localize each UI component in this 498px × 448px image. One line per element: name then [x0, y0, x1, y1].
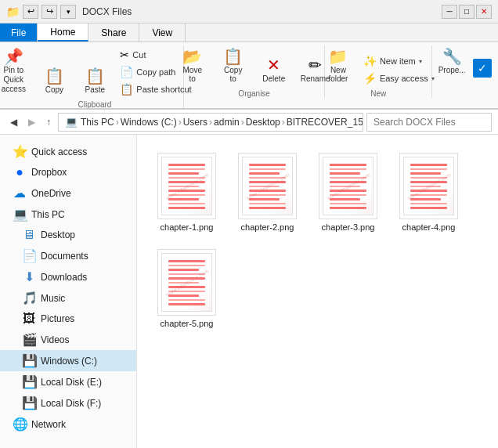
file-item-chapter-1[interactable]: www.bitrecover.com chapter-1.png	[150, 147, 224, 237]
organise-label: Organise	[238, 89, 270, 98]
quick-access-toolbar: 📁 ↩ ↪ ▾	[6, 5, 76, 19]
open-group: 🔧 Prope... ✓	[432, 45, 492, 81]
new-item-button[interactable]: ✨ New item ▾	[359, 53, 438, 69]
clipboard-group: 📌 Pin to Quick access 📋 Copy 📋 Paste ✂ C…	[6, 45, 184, 109]
file-item-chapter-3[interactable]: www.bitrecover.com chapter-3.png	[311, 147, 385, 237]
windows-c-icon: 💾	[22, 353, 36, 368]
new-label: New	[370, 89, 386, 98]
network-icon: 🌐	[13, 417, 27, 432]
window-title: DOCX Files	[82, 6, 132, 17]
sidebar-item-local-f[interactable]: 💾 Local Disk (F:)	[0, 392, 136, 414]
tab-view[interactable]: View	[139, 23, 186, 42]
file-thumb-chapter-2: www.bitrecover.com	[238, 153, 297, 219]
sidebar-item-local-e[interactable]: 💾 Local Disk (E:)	[0, 371, 136, 392]
music-icon: 🎵	[22, 291, 36, 305]
forward-button[interactable]: ▶	[24, 114, 39, 130]
sidebar-item-dropbox[interactable]: ● Dropbox	[0, 162, 136, 182]
sidebar-item-network[interactable]: 🌐 Network	[0, 414, 136, 435]
clipboard-label: Clipboard	[78, 100, 112, 109]
open-check-button[interactable]: ✓	[473, 59, 492, 78]
minimize-button[interactable]: ─	[442, 5, 457, 19]
file-label-chapter-2: chapter-2.png	[241, 222, 294, 232]
organise-buttons: 📂 Move to 📋 Copy to ✕ Delete ✏ Rename	[173, 45, 336, 86]
tab-home[interactable]: Home	[38, 23, 88, 42]
organise-group: 📂 Move to 📋 Copy to ✕ Delete ✏ Rename Or…	[184, 45, 325, 98]
this-pc-sidebar-icon: 💻	[13, 207, 27, 222]
close-button[interactable]: ✕	[476, 5, 492, 19]
folder-icon: 📁	[6, 5, 20, 18]
title-bar: 📁 ↩ ↪ ▾ DOCX Files ─ □ ✕	[0, 0, 498, 23]
tab-bar: File Home Share View	[0, 23, 498, 42]
downloads-icon: ⬇	[22, 269, 36, 284]
new-folder-button[interactable]: 📁 New folder	[319, 45, 358, 86]
move-to-button[interactable]: 📂 Move to	[173, 45, 212, 86]
back-button[interactable]: ◀	[6, 114, 21, 130]
file-thumb-chapter-1: www.bitrecover.com	[157, 153, 216, 219]
file-thumb-chapter-4: www.bitrecover.com	[399, 153, 458, 219]
sidebar-item-quick-access[interactable]: ⭐ Quick access	[0, 141, 136, 162]
pin-to-quick-access-button[interactable]: 📌 Pin to Quick access	[0, 45, 33, 97]
pin-icon: 📌	[4, 49, 23, 64]
file-label-chapter-4: chapter-4.png	[402, 222, 456, 232]
undo-button[interactable]: ↩	[23, 5, 38, 19]
dropbox-icon: ●	[13, 165, 27, 179]
cut-icon: ✂	[120, 49, 129, 60]
maximize-button[interactable]: □	[459, 5, 475, 19]
copy-icon: 📋	[45, 68, 64, 84]
file-thumb-chapter-3: www.bitrecover.com	[319, 153, 377, 219]
move-to-icon: 📂	[182, 49, 202, 64]
properties-icon: 🔧	[442, 49, 462, 64]
delete-icon: ✕	[267, 57, 280, 73]
file-item-chapter-5[interactable]: www.bitrecover.com chapter-5.png	[150, 244, 224, 334]
paste-button[interactable]: 📋 Paste	[75, 65, 114, 97]
sidebar-item-pictures[interactable]: 🖼 Pictures	[0, 309, 136, 329]
sidebar-item-videos[interactable]: 🎬 Videos	[0, 329, 136, 350]
file-area: www.bitrecover.com chapter-1.png www.bit…	[137, 135, 498, 448]
tab-share[interactable]: Share	[88, 23, 139, 42]
sidebar-item-this-pc[interactable]: 💻 This PC	[0, 204, 136, 225]
new-item-icon: ✨	[363, 56, 377, 67]
documents-icon: 📄	[22, 248, 36, 263]
file-label-chapter-5: chapter-5.png	[161, 319, 214, 328]
new-buttons: 📁 New folder ✨ New item ▾ ⚡ Easy access …	[319, 45, 438, 86]
quick-access-menu-button[interactable]: ▾	[60, 5, 76, 19]
sidebar: ⭐ Quick access ● Dropbox ☁ OneDrive 💻 Th…	[0, 135, 137, 448]
new-small-group: ✨ New item ▾ ⚡ Easy access ▾	[359, 53, 438, 86]
sidebar-item-windows-c[interactable]: 💾 Windows (C:)	[0, 350, 136, 371]
new-folder-icon: 📁	[328, 49, 348, 64]
file-label-chapter-3: chapter-3.png	[322, 222, 375, 232]
quick-access-icon: ⭐	[13, 144, 27, 159]
new-group: 📁 New folder ✨ New item ▾ ⚡ Easy access …	[325, 45, 432, 98]
open-buttons: 🔧 Prope... ✓	[432, 45, 492, 78]
check-icon: ✓	[478, 62, 487, 74]
this-pc-icon: 💻	[65, 116, 78, 128]
new-item-arrow: ▾	[419, 58, 422, 65]
videos-icon: 🎬	[22, 332, 36, 347]
search-input[interactable]	[366, 113, 492, 132]
ribbon: 📌 Pin to Quick access 📋 Copy 📋 Paste ✂ C…	[0, 42, 498, 110]
window-controls: ─ □ ✕	[442, 5, 492, 19]
pictures-icon: 🖼	[22, 312, 36, 326]
file-item-chapter-4[interactable]: www.bitrecover.com chapter-4.png	[392, 147, 466, 237]
up-button[interactable]: ↑	[42, 114, 55, 130]
sidebar-item-documents[interactable]: 📄 Documents	[0, 245, 136, 266]
paste-shortcut-icon: 📋	[120, 84, 133, 95]
onedrive-icon: ☁	[13, 186, 27, 201]
file-item-chapter-2[interactable]: www.bitrecover.com chapter-2.png	[230, 147, 305, 237]
sidebar-item-onedrive[interactable]: ☁ OneDrive	[0, 182, 136, 204]
delete-button[interactable]: ✕ Delete	[254, 54, 294, 86]
redo-button[interactable]: ↪	[42, 5, 57, 19]
sidebar-item-downloads[interactable]: ⬇ Downloads	[0, 266, 136, 287]
copy-to-button[interactable]: 📋 Copy to	[214, 45, 253, 86]
easy-access-button[interactable]: ⚡ Easy access ▾	[359, 70, 438, 86]
properties-button[interactable]: 🔧 Prope...	[432, 45, 471, 78]
main-area: ⭐ Quick access ● Dropbox ☁ OneDrive 💻 Th…	[0, 135, 498, 448]
address-bar[interactable]: 💻 This PC › Windows (C:) › Users › admin…	[58, 113, 363, 132]
file-thumb-chapter-5: www.bitrecover.com	[157, 249, 216, 316]
sidebar-item-music[interactable]: 🎵 Music	[0, 287, 136, 309]
paste-icon: 📋	[85, 68, 105, 84]
clipboard-buttons: 📌 Pin to Quick access 📋 Copy 📋 Paste ✂ C…	[0, 45, 196, 97]
copy-button[interactable]: 📋 Copy	[34, 65, 74, 97]
sidebar-item-desktop[interactable]: 🖥 Desktop	[0, 225, 136, 245]
tab-file[interactable]: File	[0, 23, 38, 42]
